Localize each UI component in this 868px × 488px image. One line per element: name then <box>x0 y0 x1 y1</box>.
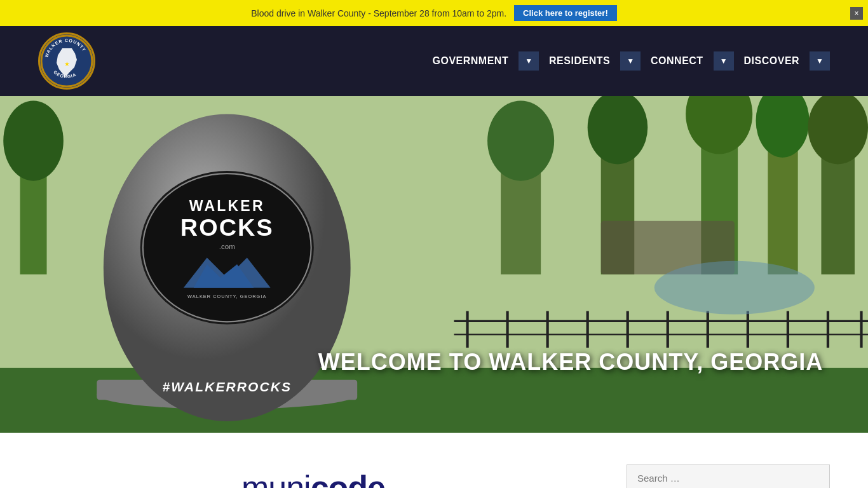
register-button[interactable]: Click here to register! <box>514 5 617 21</box>
nav-dropdown-discover[interactable]: ▼ <box>810 51 830 71</box>
nav-dropdown-connect[interactable]: ▼ <box>714 51 734 71</box>
search-section <box>627 458 830 488</box>
logo-area[interactable]: WALKER COUNTY ★ GEORGIA <box>38 32 95 90</box>
hero-title-container: WELCOME TO WALKER COUNTY, GEORGIA <box>292 349 849 376</box>
hero-title: WELCOME TO WALKER COUNTY, GEORGIA <box>292 349 849 376</box>
code-part: code <box>311 469 385 488</box>
svg-text:★: ★ <box>64 60 70 67</box>
main-nav: GOVERNMENT ▼ RESIDENTS ▼ CONNECT ▼ DISCO… <box>425 50 831 72</box>
nav-dropdown-government[interactable]: ▼ <box>519 51 539 71</box>
hero-bg-svg: WALKER ROCKS .com WALKER COUNTY, GEORGIA… <box>0 96 868 433</box>
nav-item-residents[interactable]: RESIDENTS <box>541 50 618 72</box>
municode-logo: municode ★ <box>241 471 385 488</box>
nav-item-government[interactable]: GOVERNMENT <box>425 50 517 72</box>
svg-text:WALKER: WALKER <box>189 198 265 214</box>
municode-wordmark: municode <box>241 471 385 488</box>
content-area: municode ★ searchable Walker County Gove… <box>0 433 868 488</box>
svg-text:WALKER COUNTY, GEORGIA: WALKER COUNTY, GEORGIA <box>187 294 266 299</box>
nav-item-connect[interactable]: CONNECT <box>643 50 711 72</box>
announcement-text: Blood drive in Walker County - September… <box>251 8 506 18</box>
search-box <box>627 464 830 488</box>
logo-svg: WALKER COUNTY ★ GEORGIA <box>40 34 93 88</box>
announcement-bar: Blood drive in Walker County - September… <box>0 0 868 26</box>
close-announcement-button[interactable]: × <box>850 7 863 20</box>
nav-item-discover[interactable]: DISCOVER <box>736 50 808 72</box>
svg-point-33 <box>3 101 64 181</box>
muni-part: muni <box>241 469 311 488</box>
municode-section[interactable]: municode ★ searchable Walker County Gove… <box>38 458 588 488</box>
svg-text:.com: .com <box>219 243 235 250</box>
svg-text:#WALKERROCKS: #WALKERROCKS <box>162 379 292 394</box>
logo-circle: WALKER COUNTY ★ GEORGIA <box>38 32 95 90</box>
hero-section: WALKER ROCKS .com WALKER COUNTY, GEORGIA… <box>0 96 868 433</box>
header: WALKER COUNTY ★ GEORGIA GOVERNMENT ▼ RES… <box>0 26 868 96</box>
nav-dropdown-residents[interactable]: ▼ <box>620 51 641 71</box>
svg-point-30 <box>654 261 815 315</box>
search-input[interactable] <box>637 473 819 484</box>
svg-text:ROCKS: ROCKS <box>180 214 274 241</box>
svg-point-7 <box>487 101 554 181</box>
